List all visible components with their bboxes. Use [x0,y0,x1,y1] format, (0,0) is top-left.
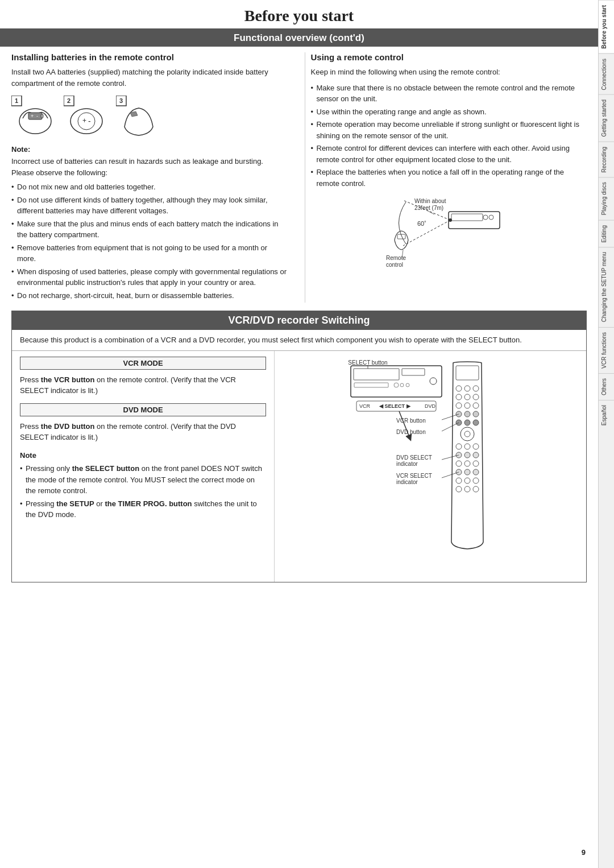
two-column-section: Installing batteries in the remote contr… [0,47,598,303]
svg-point-41 [473,386,479,391]
battery-step-1: 1 + - [11,96,57,138]
svg-line-88 [399,411,410,440]
left-bullet-list: Do not mix new and old batteries togethe… [11,181,288,301]
svg-point-43 [464,394,470,400]
page-number: 9 [582,848,586,857]
dvd-mode-box: DVD MODE [20,403,266,416]
battery-step-2-icon: 2 + - [64,96,109,138]
svg-text:Remote: Remote [386,255,406,261]
svg-text:DVD button: DVD button [396,429,426,435]
right-column-heading: Using a remote control [311,52,587,62]
sidebar-tab-recording[interactable]: Recording [599,142,614,177]
svg-text:2: 2 [67,97,70,104]
svg-point-82 [464,486,470,492]
svg-text:indicator: indicator [396,461,418,467]
sidebar-tab-getting-started[interactable]: Getting started [599,94,614,142]
svg-point-65 [473,452,479,458]
vcr-dvd-header: VCR/DVD recorder Switching [12,311,586,330]
svg-point-79 [464,478,470,483]
svg-point-80 [473,478,479,483]
svg-point-58 [460,427,474,441]
left-bullet-item: Do not recharge, short-circuit, heat, bu… [11,290,288,301]
svg-point-64 [464,452,470,458]
vcr-dvd-diagram-svg: SELECT button [345,360,516,576]
svg-point-74 [473,469,479,475]
battery-step-2: 2 + - [64,96,109,138]
svg-text:-: - [36,113,38,119]
svg-text:+: + [31,113,34,119]
svg-point-44 [473,394,479,400]
vcr-dvd-note: Note Pressing only the SELECT button on … [20,450,266,520]
svg-point-55 [473,420,479,425]
content-area: Before you start Functional overview (co… [0,0,598,868]
left-bullet-item: Remove batteries from equipment that is … [11,242,288,264]
svg-point-33 [394,383,399,387]
svg-point-62 [473,444,479,449]
svg-text:DVD: DVD [425,403,436,409]
note-label: Note: [11,145,288,154]
svg-text:VCR button: VCR button [396,418,426,424]
svg-point-61 [464,444,470,449]
svg-point-54 [464,420,470,425]
remote-diagram-vcr: SELECT button [345,360,516,576]
left-column-intro: Install two AA batteries (supplied) matc… [11,67,288,89]
svg-point-42 [456,394,462,400]
vcr-dvd-note-bullets: Pressing only the SELECT button on the f… [20,463,266,520]
svg-point-18 [489,215,493,220]
svg-text:1: 1 [15,97,18,104]
right-bullet-item: Remote control for different devices can… [311,143,587,165]
sidebar-tab-editing[interactable]: Editing [599,220,614,247]
vcr-dvd-note-label: Note [20,450,266,461]
svg-text:DVD SELECT: DVD SELECT [396,454,432,461]
svg-point-31 [430,378,437,385]
svg-point-81 [456,486,462,492]
svg-line-51 [442,414,459,420]
svg-point-60 [456,444,462,449]
svg-rect-38 [456,366,479,380]
svg-text:◀ SELECT ▶: ◀ SELECT ▶ [379,403,411,409]
sidebar-tab-before-you-start[interactable]: Before you start [599,0,614,53]
right-bullet-item: Use within the operating range and angle… [311,106,587,118]
svg-point-83 [473,486,479,492]
sidebar-tab-playing-discs[interactable]: Playing discs [599,177,614,220]
svg-point-39 [456,386,462,391]
svg-point-50 [473,411,479,417]
svg-text:control: control [386,262,403,268]
svg-line-66 [442,455,459,460]
left-column: Installing batteries in the remote contr… [11,52,293,303]
vcr-mode-text: Press the VCR button on the remote contr… [20,374,266,396]
vcr-dvd-cols: VCR MODE Press the VCR button on the rem… [12,351,586,582]
svg-text:Within about: Within about [414,198,446,204]
svg-text:23feet (7m): 23feet (7m) [414,205,443,211]
sidebar-tab-changing-setup[interactable]: Changing the SETUP menu [599,247,614,326]
dvd-mode-text: Press the DVD button on the remote contr… [20,421,266,443]
sidebar-tab-connections[interactable]: Connections [599,53,614,95]
section-header-bar: Functional overview (cont'd) [0,30,598,47]
svg-text:VCR SELECT: VCR SELECT [396,473,432,479]
svg-point-78 [456,478,462,483]
vcr-dvd-note-bullet-1: Pressing only the SELECT button on the f… [20,463,266,497]
svg-point-59 [464,431,470,437]
svg-point-47 [473,403,479,408]
svg-point-49 [464,411,470,417]
vcr-dvd-right: SELECT button [275,351,586,582]
sidebar-tab-others[interactable]: Others [599,373,614,400]
sidebar-tab-vcr-functions[interactable]: VCR functions [599,327,614,373]
page-title: Before you start [244,7,354,24]
vcr-dvd-note-bullet-2: Pressing the SETUP or the TIMER PROG. bu… [20,498,266,520]
page-header: Before you start [0,0,598,30]
range-diagram: 60˚ Within about 23feet (7m) Remote cont… [386,195,511,268]
svg-point-69 [456,461,462,466]
svg-point-71 [473,461,479,466]
svg-rect-32 [354,383,388,387]
svg-rect-4 [41,114,43,118]
sidebar-tabs: Before you start Connections Getting sta… [598,0,614,868]
sidebar-tab-espanol[interactable]: Español [599,400,614,430]
right-bullet-item: Remote operation may become unreliable i… [311,119,587,141]
svg-point-40 [464,386,470,391]
left-column-heading: Installing batteries in the remote contr… [11,52,288,62]
left-bullet-item: Make sure that the plus and minus ends o… [11,218,288,241]
svg-text:VCR: VCR [359,403,371,409]
svg-point-46 [464,403,470,408]
svg-text:3: 3 [119,97,123,104]
